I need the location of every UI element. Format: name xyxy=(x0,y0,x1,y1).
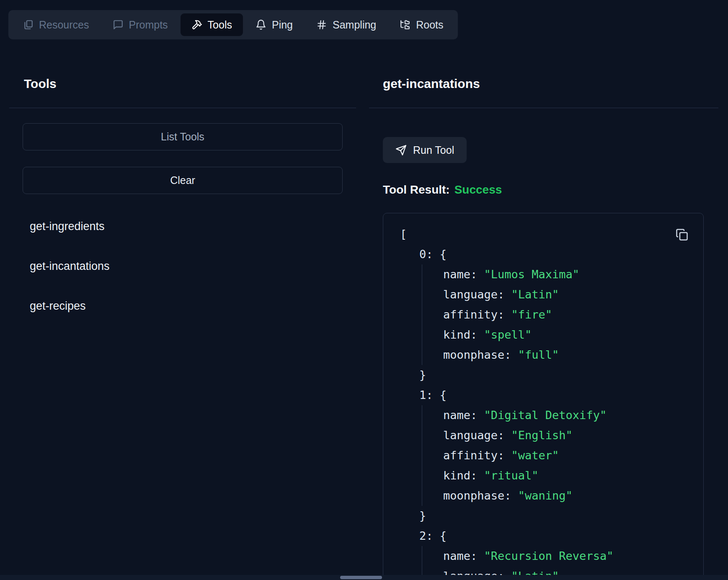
tool-result-line: Tool Result:Success xyxy=(383,183,502,197)
json-line: moonphase: "full" xyxy=(443,345,687,365)
json-line: 2: { xyxy=(400,526,687,546)
tab-prompts[interactable]: Prompts xyxy=(102,13,179,36)
tools-list: get-ingredientsget-incantationsget-recip… xyxy=(23,212,343,331)
json-line: } xyxy=(400,506,687,526)
json-entry-fields: name: "Lumos Maxima"language: "Latin"aff… xyxy=(422,264,687,365)
json-line: } xyxy=(400,365,687,385)
tool-result-status: Success xyxy=(454,183,502,196)
app: { "theme": { "bg": "#0c1322", "nav-bg": … xyxy=(0,0,728,580)
list-tools-button[interactable]: List Tools xyxy=(23,123,343,150)
hash-icon xyxy=(316,19,327,30)
send-icon xyxy=(395,145,407,156)
hammer-icon xyxy=(191,19,202,30)
result-panel-title: get-incantations xyxy=(383,76,480,91)
tab-label: Tools xyxy=(208,19,232,31)
run-tool-label: Run Tool xyxy=(413,144,454,156)
json-line: language: "Latin" xyxy=(443,285,687,305)
horizontal-scrollbar[interactable] xyxy=(0,575,728,580)
tool-list-item[interactable]: get-recipes xyxy=(23,291,343,321)
json-result-viewer: [0: {name: "Lumos Maxima"language: "Lati… xyxy=(383,213,704,580)
tab-label: Resources xyxy=(39,19,89,31)
files-icon xyxy=(23,19,34,30)
tab-label: Prompts xyxy=(129,19,168,31)
folder-tree-icon xyxy=(400,19,410,30)
clear-button[interactable]: Clear xyxy=(23,167,343,194)
tool-result-label: Tool Result: xyxy=(383,183,450,196)
json-line: language: "English" xyxy=(443,425,687,445)
top-nav: ResourcesPromptsToolsPingSamplingRoots xyxy=(8,10,458,39)
json-line: name: "Recursion Reversa" xyxy=(443,546,687,566)
json-line: kind: "ritual" xyxy=(443,466,687,486)
copy-button[interactable] xyxy=(676,228,688,241)
json-line: affinity: "fire" xyxy=(443,305,687,325)
tab-tools[interactable]: Tools xyxy=(181,13,243,36)
tab-label: Ping xyxy=(272,19,293,31)
json-content: [0: {name: "Lumos Maxima"language: "Lati… xyxy=(400,224,687,580)
json-line: [ xyxy=(400,224,687,244)
tool-list-item[interactable]: get-incantations xyxy=(23,251,343,281)
json-line: moonphase: "waning" xyxy=(443,486,687,506)
nav-tabs: ResourcesPromptsToolsPingSamplingRoots xyxy=(12,13,454,36)
tool-list-item[interactable]: get-ingredients xyxy=(23,212,343,241)
json-entry-fields: name: "Digital Detoxify"language: "Engli… xyxy=(422,405,687,506)
result-panel-divider xyxy=(369,108,718,108)
json-line: affinity: "water" xyxy=(443,445,687,466)
tab-ping[interactable]: Ping xyxy=(245,13,304,36)
json-line: 1: { xyxy=(400,385,687,405)
tab-resources[interactable]: Resources xyxy=(12,13,100,36)
json-line: name: "Lumos Maxima" xyxy=(443,264,687,285)
tools-panel-title: Tools xyxy=(24,76,57,91)
tools-panel-divider xyxy=(9,108,356,108)
tab-label: Roots xyxy=(416,19,443,31)
tab-label: Sampling xyxy=(333,19,376,31)
tab-sampling[interactable]: Sampling xyxy=(305,13,387,36)
scrollbar-thumb[interactable] xyxy=(340,576,382,579)
json-line: kind: "spell" xyxy=(443,325,687,345)
copy-icon xyxy=(676,228,688,241)
run-tool-button[interactable]: Run Tool xyxy=(383,137,467,163)
tab-roots[interactable]: Roots xyxy=(389,13,454,36)
json-line: 0: { xyxy=(400,244,687,264)
json-line: name: "Digital Detoxify" xyxy=(443,405,687,425)
bell-icon xyxy=(256,19,266,30)
chat-bubble-icon xyxy=(113,19,124,30)
